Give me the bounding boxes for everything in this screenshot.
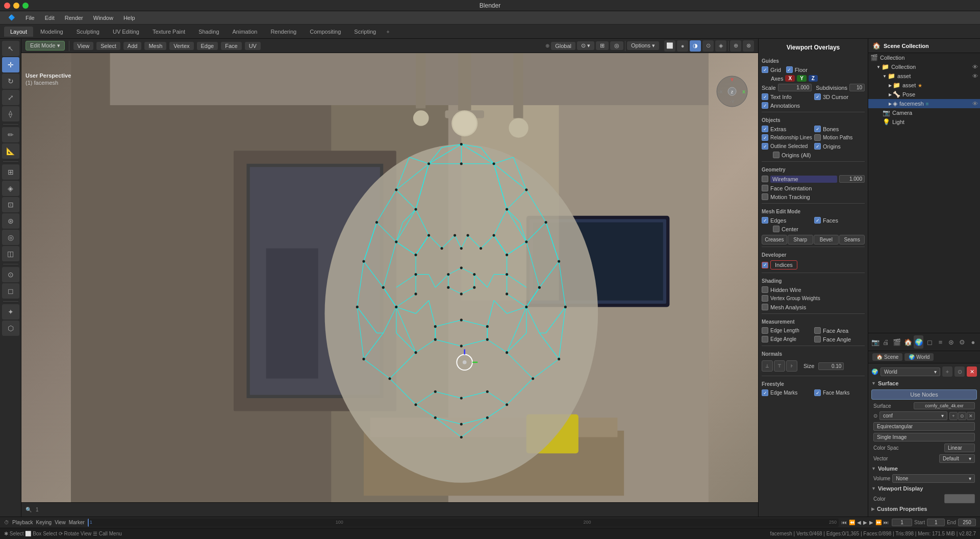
floor-checkbox[interactable] (786, 66, 793, 73)
annotations-checkbox[interactable] (762, 102, 768, 109)
normal-face-corner-btn[interactable]: ⊤ (774, 360, 785, 372)
props-world-icon[interactable]: 🌍 (914, 335, 923, 349)
world-selector[interactable]: 🌍 World (904, 353, 934, 361)
slide-tool[interactable]: ◫ (2, 246, 19, 261)
face-orientation-checkbox[interactable] (762, 185, 768, 191)
origins-all-checkbox[interactable] (773, 152, 780, 158)
view-label[interactable]: View (55, 520, 66, 525)
tab-shading[interactable]: Shading (192, 27, 225, 37)
rip-tool[interactable]: ◻ (2, 283, 19, 299)
scale-input[interactable] (778, 84, 812, 91)
seams-btn[interactable]: Seams (839, 235, 865, 244)
play-btn[interactable]: ▶ (863, 520, 867, 525)
scene-selector[interactable]: 🏠 Scene (872, 353, 902, 361)
edges-checkbox[interactable] (762, 217, 768, 224)
vertex-group-weights-checkbox[interactable] (762, 295, 768, 302)
xray-toggle[interactable]: ⬜ (664, 40, 675, 52)
world-sub-new[interactable]: + (949, 412, 958, 420)
world-browse-btn[interactable]: ⊙ (954, 366, 965, 377)
pose-item[interactable]: ▶ 🦴 Pose (868, 90, 980, 99)
close-button[interactable] (4, 3, 10, 9)
proportional-edit[interactable]: ◎ (610, 41, 623, 50)
normals-size-input[interactable] (818, 362, 844, 370)
world-sub-delete[interactable]: ✕ (967, 412, 975, 420)
face-menu[interactable]: Face (221, 42, 241, 50)
axis-x-btn[interactable]: X (785, 75, 795, 82)
tab-compositing[interactable]: Compositing (304, 27, 347, 37)
options-btn[interactable]: Options ▾ (627, 41, 659, 50)
indices-btn[interactable]: Indices (770, 260, 797, 270)
motion-tracking-checkbox[interactable] (762, 193, 768, 200)
faces-checkbox[interactable] (814, 217, 821, 224)
outline-selected-checkbox[interactable] (762, 143, 768, 150)
hidden-wire-checkbox[interactable] (762, 286, 768, 293)
rotate-tool[interactable]: ↻ (2, 74, 19, 89)
viewport-canvas[interactable]: Y -Y X -X Z User Perspective (1) facemes… (21, 53, 758, 502)
pivot-selector[interactable]: ⊙ ▾ (577, 41, 594, 50)
next-frame-btn[interactable]: ⏩ (875, 520, 882, 525)
measure-tool[interactable]: 📐 (2, 143, 19, 159)
world-sub-browse[interactable]: ⊙ (958, 412, 966, 420)
camera-item[interactable]: 📷 Camera (868, 108, 980, 117)
asset-sub-item[interactable]: ▶ 📁 asset ★ (868, 81, 980, 90)
wireframe-value[interactable] (839, 175, 865, 183)
world-delete-btn[interactable]: ✕ (967, 366, 977, 377)
cursor-tool[interactable]: ↖ (2, 41, 19, 56)
use-nodes-btn[interactable]: Use Nodes (871, 389, 977, 400)
menu-blender[interactable]: 🔷 (4, 13, 19, 22)
edge-length-checkbox[interactable] (762, 327, 768, 334)
jump-to-start-btn[interactable]: ⏮ (842, 520, 847, 525)
collection-visibility[interactable]: 👁 (972, 64, 978, 70)
scale-tool[interactable]: ⤢ (2, 90, 19, 105)
3d-cursor-checkbox[interactable] (814, 93, 821, 100)
indices-checkbox[interactable] (762, 262, 768, 268)
gizmo-btn[interactable]: ⊗ (743, 40, 754, 52)
center-checkbox[interactable] (773, 226, 780, 232)
props-physics-icon[interactable]: ⚙ (957, 335, 967, 349)
props-modifier-icon[interactable]: ≡ (936, 335, 945, 349)
shading-solid[interactable]: ● (677, 40, 688, 52)
vector-value[interactable]: Default ▾ (939, 454, 975, 463)
grid-checkbox[interactable] (762, 66, 768, 73)
world-new-btn[interactable]: + (942, 366, 952, 377)
light-item[interactable]: 💡 Light (868, 117, 980, 127)
annotate-tool[interactable]: ✏ (2, 127, 19, 142)
shading-eevee[interactable]: ◈ (715, 40, 726, 52)
props-object-icon[interactable]: ◻ (924, 335, 934, 349)
tab-sculpting[interactable]: Sculpting (70, 27, 106, 37)
asset-visibility[interactable]: 👁 (972, 73, 978, 79)
navigation-gizmo[interactable]: Y -Y X -X Z (714, 74, 750, 109)
origins-checkbox[interactable] (814, 143, 821, 150)
face-marks-checkbox[interactable] (814, 389, 821, 396)
props-material-icon[interactable]: ● (968, 335, 978, 349)
mesh-analysis-checkbox[interactable] (762, 304, 768, 310)
tab-animation[interactable]: Animation (227, 27, 264, 37)
next-keyframe-btn[interactable]: ▶ (869, 520, 873, 525)
relationship-lines-checkbox[interactable] (762, 134, 768, 141)
edge-marks-checkbox[interactable] (762, 389, 768, 396)
mesh-menu[interactable]: Mesh (144, 42, 166, 50)
extras-checkbox[interactable] (762, 126, 768, 132)
surface-value[interactable]: comfy_cafe_4k.exr (914, 402, 975, 409)
bones-checkbox[interactable] (814, 126, 821, 132)
orientation-selector[interactable]: Global (551, 42, 575, 50)
single-image-field[interactable]: Single Image (873, 433, 975, 442)
tab-texture-paint[interactable]: Texture Paint (146, 27, 191, 37)
end-frame-input[interactable] (958, 519, 976, 526)
marker-label[interactable]: Marker (69, 520, 85, 525)
mode-selector[interactable]: Edit Mode ▾ (26, 41, 65, 51)
vertex-menu[interactable]: Vertex (169, 42, 193, 50)
start-frame-input[interactable] (927, 519, 945, 526)
maximize-button[interactable] (22, 3, 29, 9)
face-area-checkbox[interactable] (814, 327, 821, 334)
volume-section-header[interactable]: ▼ Volume (871, 464, 977, 473)
view-menu[interactable]: View (73, 42, 94, 50)
normal-vertex-btn[interactable]: ⊥ (762, 360, 773, 372)
smooth-tool[interactable]: ◎ (2, 230, 19, 245)
creases-btn[interactable]: Creases (762, 235, 787, 244)
bevel-btn[interactable]: Bevel (814, 235, 839, 244)
tab-uv-editing[interactable]: UV Editing (107, 27, 145, 37)
props-render-icon[interactable]: 📷 (870, 335, 880, 349)
minimize-button[interactable] (13, 3, 19, 9)
axis-z-btn[interactable]: Z (809, 75, 818, 82)
